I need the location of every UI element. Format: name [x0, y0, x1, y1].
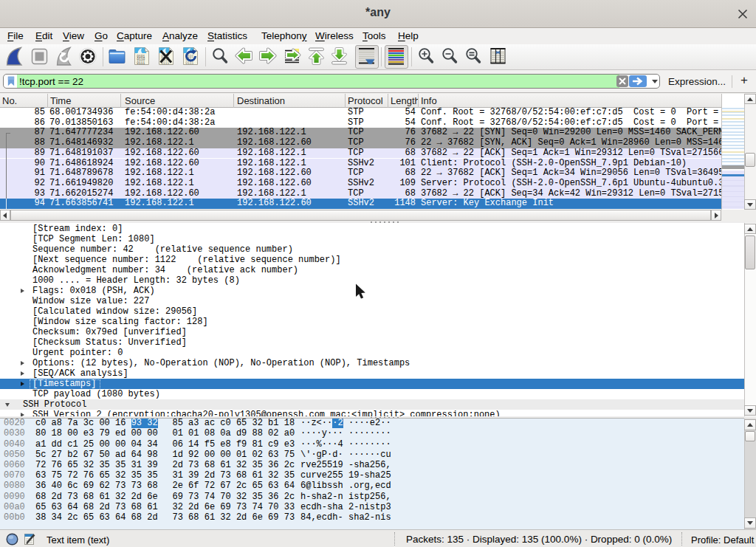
svg-text:0111: 0111: [137, 61, 145, 65]
